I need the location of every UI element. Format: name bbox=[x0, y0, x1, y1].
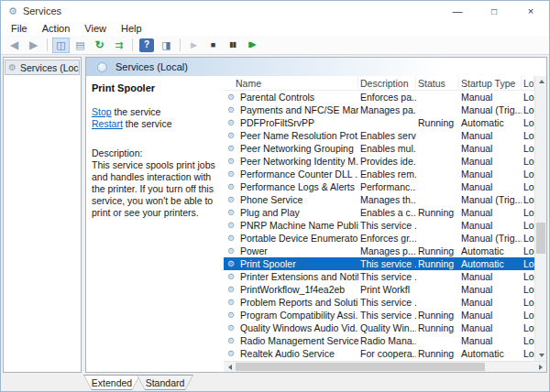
table-row[interactable]: ⚙Print SpoolerThis service ...RunningAut… bbox=[224, 257, 534, 270]
cell-name: Problem Reports and Soluti... bbox=[238, 297, 358, 308]
back-icon[interactable]: ◀ bbox=[6, 38, 23, 53]
cell-startup-type: Manual (Trig... bbox=[459, 194, 522, 205]
column-header-log[interactable]: Log bbox=[522, 76, 534, 90]
scroll-left-icon[interactable] bbox=[224, 362, 236, 372]
table-row[interactable]: ⚙Peer Name Resolution Prot...Enables ser… bbox=[224, 129, 534, 142]
table-row[interactable]: ⚙Printer Extensions and Notif...This ser… bbox=[224, 270, 534, 283]
service-gear-icon: ⚙ bbox=[224, 324, 238, 332]
stop-service-icon[interactable]: ■ bbox=[204, 38, 222, 53]
export-list-icon[interactable]: ⇉ bbox=[110, 38, 127, 53]
service-gear-icon: ⚙ bbox=[224, 234, 238, 243]
cell-log-on-as: Loc bbox=[522, 310, 534, 321]
vertical-scroll-thumb[interactable] bbox=[536, 223, 545, 254]
table-row[interactable]: ⚙Portable Device Enumerator...Enforces g… bbox=[224, 232, 534, 245]
menu-action[interactable]: Action bbox=[35, 22, 78, 35]
show-console-tree-icon[interactable]: ◫ bbox=[52, 38, 70, 53]
horizontal-scrollbar[interactable] bbox=[224, 361, 546, 372]
result-pane-body: Print Spooler Stop the serviceRestart th… bbox=[86, 76, 546, 372]
cell-log-on-as: Loc bbox=[522, 297, 534, 308]
tab-standard[interactable]: Standard bbox=[137, 375, 193, 390]
result-panel: Services (Local) Print Spooler Stop the … bbox=[85, 57, 547, 373]
cell-name: Program Compatibility Assi... bbox=[238, 310, 358, 321]
table-row[interactable]: ⚙Payments and NFC/SE Man...Manages pa...… bbox=[224, 103, 534, 116]
service-action-suffix: the service bbox=[123, 118, 172, 129]
tree-item-services-local[interactable]: ⚙Services (Local) bbox=[5, 60, 80, 75]
table-row[interactable]: ⚙Problem Reports and Soluti...This servi… bbox=[224, 296, 534, 309]
cell-name: Peer Name Resolution Prot... bbox=[238, 130, 358, 141]
description-text: This service spools print jobs and handl… bbox=[92, 159, 217, 219]
maximize-button[interactable]: □ bbox=[476, 1, 512, 21]
table-row[interactable]: ⚙Performance Logs & AlertsPerformanc...M… bbox=[224, 180, 534, 193]
action-pane-icon[interactable]: ◨ bbox=[158, 38, 175, 53]
table-row[interactable]: ⚙Peer Networking Identity M...Provides i… bbox=[224, 155, 534, 168]
pause-service-icon[interactable]: ▮▮ bbox=[224, 38, 241, 53]
menu-help[interactable]: Help bbox=[114, 22, 149, 35]
cell-log-on-as: Loc bbox=[522, 245, 534, 256]
cell-log-on-as: Loc bbox=[522, 220, 534, 231]
table-row[interactable]: ⚙Quality Windows Audio Vid...Quality Win… bbox=[224, 321, 534, 334]
cell-log-on-as: Loc bbox=[522, 322, 534, 333]
list-header: NameDescriptionStatusStartup TypeLogˆ bbox=[224, 76, 534, 91]
cell-name: PDFProFiltSrvPP bbox=[238, 117, 358, 128]
help-icon[interactable]: ? bbox=[139, 38, 154, 52]
cell-log-on-as: Loc bbox=[522, 271, 534, 282]
scroll-right-icon[interactable] bbox=[534, 362, 546, 372]
cell-startup-type: Manual bbox=[459, 181, 522, 192]
properties-icon[interactable]: ▤ bbox=[72, 38, 89, 53]
column-header-name[interactable]: Name bbox=[224, 76, 358, 90]
restart-service-link[interactable]: Restart bbox=[92, 118, 123, 129]
table-row[interactable]: ⚙Parental ControlsEnforces pa...ManualLo… bbox=[224, 91, 534, 103]
cell-log-on-as: Loc bbox=[522, 258, 534, 269]
toolbar-separator bbox=[47, 38, 48, 51]
column-header-status[interactable]: Status bbox=[416, 76, 459, 90]
cell-name: Peer Networking Grouping bbox=[238, 143, 358, 154]
stop-service-link[interactable]: Stop bbox=[92, 106, 112, 117]
cell-description: Performanc... bbox=[358, 181, 416, 192]
column-header-description[interactable]: Description bbox=[358, 76, 416, 90]
start-service-icon[interactable]: ▶ bbox=[185, 38, 203, 53]
service-gear-icon: ⚙ bbox=[224, 311, 238, 320]
tab-label: Extended bbox=[84, 376, 139, 389]
tab-extended[interactable]: Extended bbox=[83, 375, 140, 390]
close-button[interactable]: × bbox=[512, 1, 549, 21]
cell-name: Quality Windows Audio Vid... bbox=[238, 322, 358, 333]
table-row[interactable]: ⚙PNRP Machine Name Publi...This service … bbox=[224, 219, 534, 232]
scroll-down-icon[interactable] bbox=[535, 350, 546, 361]
table-row[interactable]: ⚙Radio Management ServiceRadio Mana...Ma… bbox=[224, 334, 534, 347]
vertical-scrollbar[interactable] bbox=[534, 76, 546, 361]
menu-view[interactable]: View bbox=[77, 22, 114, 35]
cell-description: For coopera... bbox=[358, 348, 416, 359]
cell-startup-type: Manual bbox=[459, 207, 522, 218]
table-row[interactable]: ⚙Realtek Audio ServiceFor coopera...Runn… bbox=[224, 347, 534, 360]
table-row[interactable]: ⚙PrintWorkflow_1f4ea2ebPrint WorkflManua… bbox=[224, 283, 534, 296]
cell-description: This service ... bbox=[358, 297, 416, 308]
table-row[interactable]: ⚙Phone ServiceManages th...Manual (Trig.… bbox=[224, 193, 534, 206]
cell-startup-type: Manual bbox=[459, 130, 522, 141]
restart-service-icon[interactable]: ▮▶ bbox=[243, 38, 260, 53]
table-row[interactable]: ⚙PDFProFiltSrvPPRunningAutomaticLoc bbox=[224, 116, 534, 129]
description-label: Description: bbox=[92, 147, 217, 159]
service-gear-icon: ⚙ bbox=[224, 209, 238, 217]
service-gear-icon: ⚙ bbox=[224, 286, 238, 294]
refresh-icon[interactable]: ↻ bbox=[91, 38, 108, 53]
column-header-startup-type[interactable]: Startup Type bbox=[459, 76, 522, 90]
minimize-button[interactable]: — bbox=[439, 1, 476, 21]
cell-startup-type: Manual bbox=[459, 92, 522, 103]
cell-name: Power bbox=[238, 245, 358, 256]
cell-description: Print Workfl bbox=[358, 284, 416, 295]
horizontal-scroll-thumb[interactable] bbox=[236, 363, 485, 371]
table-row[interactable]: ⚙Performance Counter DLL ...Enables rem.… bbox=[224, 168, 534, 180]
cell-status: Running bbox=[416, 310, 459, 321]
menu-file[interactable]: File bbox=[4, 22, 35, 35]
table-row[interactable]: ⚙Program Compatibility Assi...This servi… bbox=[224, 309, 534, 321]
menu-bar: FileActionViewHelp bbox=[1, 21, 549, 36]
table-row[interactable]: ⚙Plug and PlayEnables a c...RunningManua… bbox=[224, 206, 534, 219]
forward-icon[interactable]: ▶ bbox=[25, 38, 42, 53]
cell-startup-type: Automatic bbox=[459, 245, 522, 256]
table-row[interactable]: ⚙Peer Networking GroupingEnables mul...M… bbox=[224, 142, 534, 155]
cell-name: Print Spooler bbox=[238, 258, 358, 269]
service-gear-icon: ⚙ bbox=[224, 145, 238, 153]
scroll-up-icon[interactable] bbox=[535, 76, 546, 87]
table-row[interactable]: ⚙PowerManages p...RunningAutomaticLoc bbox=[224, 245, 534, 257]
cell-name: Radio Management Service bbox=[238, 335, 358, 346]
